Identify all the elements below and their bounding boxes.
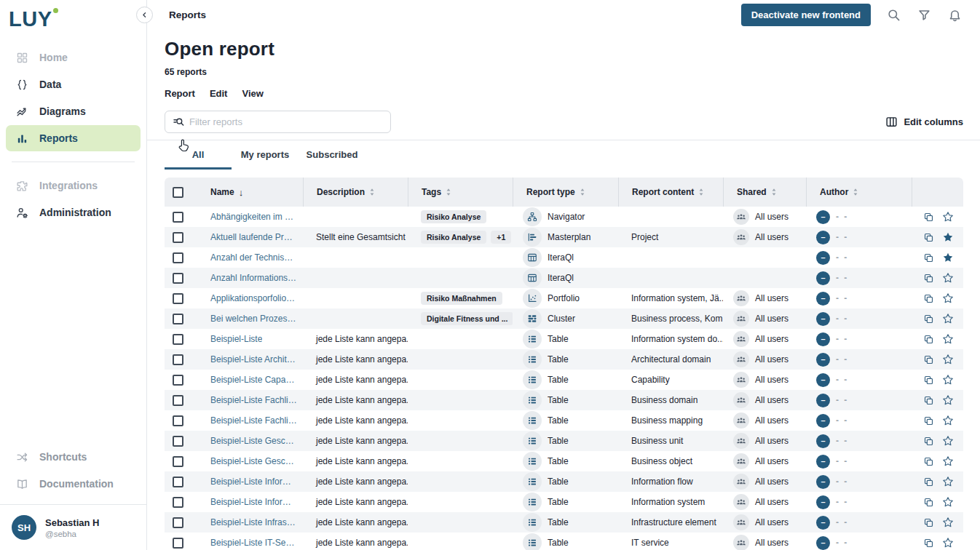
report-name-link[interactable]: Beispiel-Liste Fachlich... [210,395,297,405]
row-checkbox[interactable] [173,354,183,365]
favorite-star-button[interactable] [942,415,954,426]
sidebar-item-data[interactable]: Data [6,71,141,97]
favorite-star-button[interactable] [942,435,954,447]
row-checkbox[interactable] [173,538,183,549]
sidebar-collapse-button[interactable] [136,7,153,23]
copy-report-button[interactable] [923,517,934,528]
favorite-star-button[interactable] [942,252,954,263]
sidebar-item-integrations[interactable]: Integrations [6,172,141,199]
report-name-link[interactable]: Beispiel-Liste [210,334,262,344]
sidebar-item-shortcuts[interactable]: Shortcuts [6,444,141,470]
copy-report-button[interactable] [923,252,934,263]
tab-my-reports[interactable]: My reports [232,140,299,170]
row-checkbox[interactable] [173,497,183,508]
row-checkbox[interactable] [173,415,183,426]
copy-report-button[interactable] [923,538,934,549]
sidebar-item-documentation[interactable]: Documentation [6,471,141,497]
tab-all[interactable]: All [165,140,232,170]
sidebar-item-administration[interactable]: Administration [6,199,141,226]
edit-columns-button[interactable]: Edit columns [885,116,963,128]
favorite-star-button[interactable] [942,231,954,243]
favorite-star-button[interactable] [942,374,954,386]
copy-report-button[interactable] [923,436,934,447]
favorite-star-button[interactable] [942,313,954,324]
favorite-star-button[interactable] [942,333,954,345]
row-checkbox[interactable] [173,395,183,406]
report-name-link[interactable]: Applikationsporfolio Ü... [210,293,297,303]
report-name-link[interactable]: Abhängigkeiten im Kon... [210,212,297,222]
report-name-link[interactable]: Beispiel-Liste Geschäft... [210,436,297,446]
copy-report-button[interactable] [923,273,934,284]
sidebar-item-diagrams[interactable]: Diagrams [6,98,141,124]
row-checkbox[interactable] [173,477,183,487]
menu-view[interactable]: View [242,88,263,99]
column-header-report-content[interactable]: Report content [618,178,723,207]
favorite-star-button[interactable] [942,292,954,304]
report-name-link[interactable]: Bei welchen Prozessen... [210,314,297,324]
report-name-link[interactable]: Beispiel-Liste Informati... [210,497,297,507]
column-header-name[interactable]: Name↓ [197,178,303,207]
notifications-bell-icon[interactable] [948,7,963,22]
column-header-shared[interactable]: Shared [723,178,806,207]
favorite-star-button[interactable] [942,272,954,284]
row-checkbox[interactable] [173,456,183,467]
deactivate-frontend-button[interactable]: Deactivate new frontend [741,4,871,26]
column-header-description[interactable]: Description [303,178,408,207]
favorite-star-button[interactable] [942,517,954,528]
row-checkbox[interactable] [173,252,183,263]
report-name-link[interactable]: Beispiel-Liste Infrastru... [210,517,297,527]
report-name-link[interactable]: Beispiel-Liste Informati... [210,477,297,487]
row-checkbox[interactable] [173,232,183,243]
user-card[interactable]: SH Sebastian H @sebha [0,504,146,550]
report-name-link[interactable]: Beispiel-Liste IT-Servic... [210,538,297,548]
report-name-link[interactable]: Anzahl der Technische... [210,252,297,263]
copy-report-button[interactable] [923,415,934,426]
row-checkbox[interactable] [173,314,183,324]
select-all-checkbox[interactable] [173,187,183,198]
sidebar-item-reports[interactable]: Reports [6,125,141,151]
filter-reports-input[interactable] [189,116,383,127]
author-label: - - [836,436,848,446]
copy-report-button[interactable] [923,334,934,345]
tab-subscribed[interactable]: Subscribed [299,140,365,170]
copy-report-button[interactable] [923,456,934,467]
copy-report-button[interactable] [923,314,934,324]
report-name-link[interactable]: Beispiel-Liste Fachlich... [210,415,297,426]
report-name-link[interactable]: Beispiel-Liste Geschäft... [210,456,297,466]
favorite-star-button[interactable] [942,394,954,406]
column-header-report-type[interactable]: Report type [513,178,618,207]
report-name-link[interactable]: Anzahl Informationssy... [210,273,297,283]
report-name-link[interactable]: Beispiel-Liste Architekt... [210,354,297,364]
favorite-star-button[interactable] [942,537,954,549]
report-name-link[interactable]: Beispiel-Liste Capability [210,375,297,385]
report-name-link[interactable]: Aktuell laufende Projek... [210,232,297,242]
copy-report-button[interactable] [923,293,934,304]
row-checkbox[interactable] [173,212,183,223]
favorite-star-button[interactable] [942,211,954,223]
favorite-star-button[interactable] [942,496,954,508]
row-checkbox[interactable] [173,334,183,345]
row-checkbox[interactable] [173,436,183,447]
favorite-star-button[interactable] [942,354,954,365]
column-header-tags[interactable]: Tags [408,178,513,207]
column-header-author[interactable]: Author [806,178,912,207]
search-icon[interactable] [887,7,901,22]
copy-report-button[interactable] [923,395,934,406]
copy-report-button[interactable] [923,354,934,365]
row-checkbox[interactable] [173,517,183,528]
favorite-star-button[interactable] [942,455,954,467]
sidebar-item-home[interactable]: Home [6,44,141,71]
copy-report-button[interactable] [923,497,934,508]
favorite-star-button[interactable] [942,476,954,487]
row-checkbox[interactable] [173,273,183,284]
menu-edit[interactable]: Edit [210,88,228,99]
copy-report-button[interactable] [923,375,934,386]
row-checkbox[interactable] [173,293,183,304]
filter-icon[interactable] [917,7,932,22]
copy-report-button[interactable] [923,232,934,243]
select-all-header[interactable] [165,178,197,207]
menu-report[interactable]: Report [165,88,195,99]
copy-report-button[interactable] [923,212,934,223]
copy-report-button[interactable] [923,477,934,487]
row-checkbox[interactable] [173,375,183,386]
